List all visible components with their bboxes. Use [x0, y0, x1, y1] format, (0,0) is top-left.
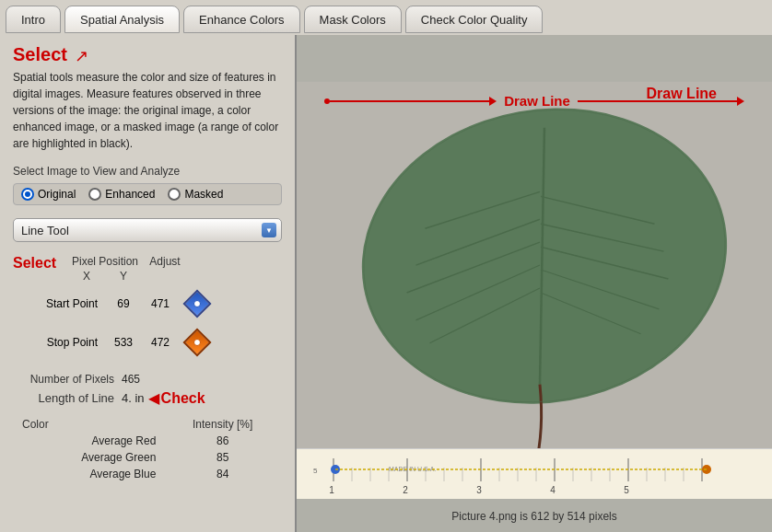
select-heading: Select	[13, 44, 67, 65]
start-adjust-button[interactable]	[181, 288, 213, 319]
draw-line-text: Draw Line	[504, 93, 570, 109]
svg-text:3: 3	[476, 485, 482, 495]
draw-line-arrows: Draw Line	[324, 93, 744, 109]
tab-check-color-quality[interactable]: Check Color Quality	[405, 6, 544, 33]
num-pixels-row: Number of Pixels 465	[13, 373, 282, 386]
ruler-svg: 1 2 3 4 5 5 MADE IN U.S.A.	[297, 449, 772, 500]
adjust-header: Adjust	[142, 255, 188, 268]
right-panel: Draw Line Draw Line	[297, 35, 772, 532]
stop-adjust-button[interactable]	[181, 327, 213, 358]
svg-text:5: 5	[313, 467, 318, 475]
radio-enhanced[interactable]: Enhanced	[88, 188, 155, 201]
radio-enhanced-label: Enhanced	[105, 188, 155, 201]
num-pixels-value: 465	[122, 373, 140, 386]
radio-masked-label: Masked	[184, 188, 223, 201]
start-y-value: 471	[142, 297, 179, 310]
image-select-label: Select Image to View and Analyze	[13, 165, 282, 178]
tab-bar: Intro Spatial Analysis Enhance Colors Ma…	[0, 0, 772, 35]
svg-text:1: 1	[329, 485, 334, 495]
radio-masked[interactable]: Masked	[168, 188, 223, 201]
avg-blue-value: 84	[163, 466, 282, 482]
radio-group: Original Enhanced Masked	[13, 183, 282, 205]
left-arrow-icon: ◀	[148, 389, 159, 407]
color-col-header: Color	[13, 416, 163, 433]
tab-enhance-colors[interactable]: Enhance Colors	[183, 6, 300, 33]
radio-enhanced-circle[interactable]	[88, 188, 101, 201]
radio-original[interactable]: Original	[21, 188, 76, 201]
svg-text:5: 5	[624, 485, 629, 495]
stop-y-value: 472	[142, 336, 179, 349]
svg-text:4: 4	[550, 485, 556, 495]
avg-green-label: Average Green	[13, 449, 163, 466]
select-heading-row: Select ↗	[13, 44, 282, 67]
tab-mask-colors[interactable]: Mask Colors	[304, 6, 402, 33]
num-pixels-label: Number of Pixels	[13, 373, 114, 386]
left-panel: Select ↗ Spatial tools measure the color…	[0, 35, 295, 532]
avg-red-value: 86	[163, 433, 282, 449]
pixel-annotations-area: Select Pixel Position Adjust X Y Start P…	[13, 255, 282, 365]
main-content: Select ↗ Spatial tools measure the color…	[0, 35, 772, 532]
avg-blue-label: Average Blue	[13, 466, 163, 482]
radio-masked-circle[interactable]	[168, 188, 181, 201]
intensity-col-header: Intensity [%]	[163, 416, 282, 433]
select-arrow-icon: ↗	[75, 46, 88, 66]
length-label: Length of Line	[13, 391, 114, 405]
radio-original-label: Original	[38, 188, 76, 201]
stop-point-label: Stop Point	[41, 336, 105, 349]
check-label: Check	[161, 390, 205, 407]
color-intensity-table: Color Intensity [%] Average Red 86 Avera…	[13, 416, 282, 482]
length-row: Length of Line 4. in ◀ Check	[13, 389, 282, 407]
x-header: X	[68, 270, 105, 283]
dropdown-container: Line Tool	[13, 218, 282, 242]
start-x-value: 69	[105, 297, 142, 310]
line-tool-dropdown[interactable]: Line Tool	[13, 218, 282, 242]
start-point-label: Start Point	[41, 297, 105, 310]
description-text: Spatial tools measure the color and size…	[13, 69, 282, 152]
svg-text:2: 2	[403, 485, 408, 495]
stop-x-value: 533	[105, 336, 142, 349]
avg-red-label: Average Red	[13, 433, 163, 449]
radio-original-circle[interactable]	[21, 188, 34, 201]
ruler-area: 1 2 3 4 5 5 MADE IN U.S.A.	[297, 448, 772, 499]
pixel-position-header: Pixel Position	[68, 255, 142, 268]
avg-green-value: 85	[163, 449, 282, 466]
image-caption: Picture 4.png is 612 by 514 pixels	[451, 510, 616, 523]
y-header: Y	[105, 270, 142, 283]
tab-intro[interactable]: Intro	[6, 6, 61, 33]
length-value: 4. in	[122, 391, 145, 405]
tab-spatial-analysis[interactable]: Spatial Analysis	[64, 6, 180, 33]
